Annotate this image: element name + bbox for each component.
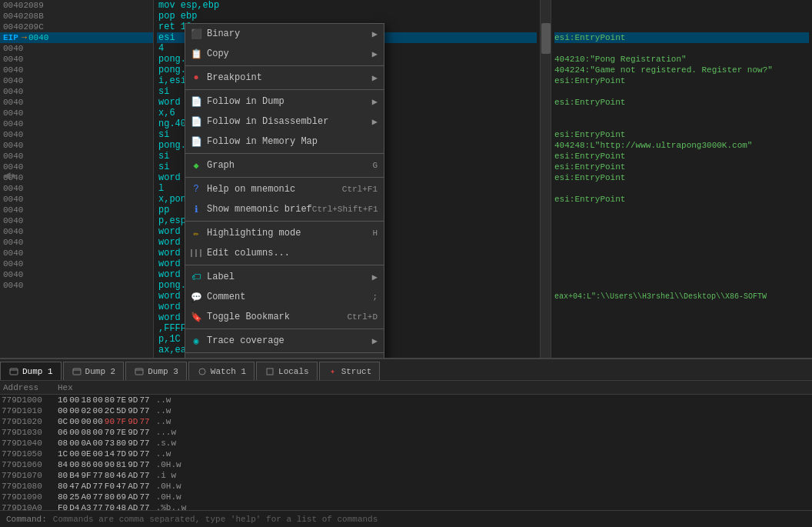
svg-rect-7: [267, 369, 273, 375]
addr-row: 0040: [0, 86, 153, 97]
menu-item-show-brief[interactable]: ℹ Show mnemonic brief Ctrl+Shift+F1: [185, 199, 384, 219]
comment-row: [554, 269, 809, 280]
help-icon: ?: [190, 183, 202, 195]
dump-tab-icon: [72, 366, 82, 377]
dump-row: 779D100016001800807E9D77..w: [0, 395, 812, 405]
addr-row: 0040: [0, 280, 153, 291]
submenu-arrow: ▶: [372, 48, 378, 60]
tab-dump1[interactable]: Dump 1: [0, 362, 62, 380]
submenu-arrow: ▶: [372, 96, 378, 108]
comment-row: [554, 302, 809, 312]
bottom-area: Dump 1 Dump 2 Dump 3 Watch 1: [0, 358, 812, 527]
menu-item-toggle-bookmark[interactable]: 🔖 Toggle Bookmark Ctrl+D: [185, 307, 384, 327]
comment-row: esi:EntryPoint: [554, 151, 809, 162]
addr-row: 0040: [0, 226, 153, 237]
comment-row: 404210:"Pong Registration": [554, 54, 809, 65]
menu-item-follow-dump[interactable]: 📄 Follow in Dump ▶: [185, 92, 384, 112]
dump-header: Address Hex: [0, 381, 812, 395]
comment-row: [554, 22, 809, 32]
code-row: mov esp,ebp: [157, 0, 537, 11]
dump-row: 779D10501C000E00147D9D77..w: [0, 449, 812, 459]
comment-row: 404248:L"http://www.ultrapong3000K.com": [554, 140, 809, 151]
menu-item-comment[interactable]: 💬 Comment ;: [185, 287, 384, 307]
separator: [185, 89, 384, 90]
svg-rect-4: [135, 369, 143, 375]
separator: [185, 65, 384, 66]
tab-dump2[interactable]: Dump 2: [63, 362, 125, 380]
dump-tab-icon: [8, 366, 19, 377]
comment-row: [554, 86, 809, 97]
tab-watch1[interactable]: Watch 1: [188, 362, 255, 380]
comment-row: esi:EntryPoint: [554, 129, 809, 140]
dump-content[interactable]: 779D100016001800807E9D77..w779D101000000…: [0, 395, 812, 510]
scroll-row: ◀ ▶: [0, 170, 154, 181]
command-label: Command:: [6, 515, 47, 524]
comment-row: [554, 0, 809, 11]
comment-row: [554, 43, 809, 54]
scrollbar-thumb[interactable]: [541, 23, 551, 54]
dump-hex-header: Hex: [58, 383, 196, 392]
menu-item-edit-columns[interactable]: ||| Edit columns...: [185, 243, 384, 263]
label-icon: 🏷: [190, 271, 202, 283]
main-container: 00402089 0040208B 0040209C EIP → 0040 00…: [0, 0, 812, 527]
submenu-arrow: ▶: [372, 272, 378, 283]
addr-row: 0040: [0, 108, 153, 118]
menu-item-copy[interactable]: 📋 Copy ▶: [185, 44, 384, 64]
graph-icon: ◆: [190, 159, 202, 172]
svg-point-6: [199, 369, 205, 375]
separator: [185, 329, 384, 329]
submenu-arrow: ▶: [372, 116, 378, 128]
menu-item-help-mnemonic[interactable]: ? Help on mnemonic Ctrl+F1: [185, 179, 384, 199]
dump-row: 779D10A0F0D4A3777048AD77.%b..w: [0, 502, 812, 510]
tab-locals[interactable]: Locals: [256, 362, 318, 380]
comment-row: [554, 345, 809, 355]
memmap-icon: 📄: [190, 135, 202, 148]
addr-row: 0040: [0, 237, 153, 248]
addr-row: 0040: [0, 54, 153, 65]
addr-row: 00402089: [0, 0, 153, 11]
comment-row: eax+04:L":\\Users\\H3rshel\\Desktop\\X86…: [554, 291, 809, 302]
dump-row: 779D10608400860090819D77.0H.w: [0, 459, 812, 470]
comment-row: [554, 108, 809, 118]
dump-icon: 📄: [190, 95, 202, 108]
comment-row: [554, 226, 809, 237]
menu-item-follow-memmap[interactable]: 📄 Follow in Memory Map: [185, 132, 384, 152]
comment-row: esi:EntryPoint: [554, 75, 809, 86]
addr-row: 0040: [0, 151, 153, 162]
separator: [185, 265, 384, 265]
addr-row: 0040: [0, 248, 153, 258]
menu-item-breakpoint[interactable]: ● Breakpoint ▶: [185, 68, 384, 88]
dump-row: 779D1010000002002C5D9D77..w: [0, 405, 812, 416]
menu-item-highlighting[interactable]: ✏ Highlighting mode H: [185, 223, 384, 243]
comment-row: [554, 280, 809, 291]
addr-row: 0040209C: [0, 22, 153, 32]
separator: [185, 221, 384, 222]
command-input[interactable]: Commands are comma separated, type 'help…: [53, 515, 806, 524]
svg-rect-2: [73, 369, 81, 375]
addr-row: 0040: [0, 75, 153, 86]
comment-row: esi:EntryPoint: [554, 32, 809, 43]
submenu-arrow: ▶: [372, 335, 378, 347]
dump-tab-icon: [134, 366, 145, 377]
tab-dump3[interactable]: Dump 3: [125, 362, 187, 380]
eip-marker: EIP: [3, 33, 18, 42]
addr-row: 0040: [0, 65, 153, 75]
menu-item-graph[interactable]: ◆ Graph G: [185, 155, 384, 175]
disasm-scrollbar[interactable]: [540, 0, 551, 358]
binary-icon: ⬛: [190, 28, 202, 40]
menu-item-label[interactable]: 🏷 Label ▶: [185, 267, 384, 287]
menu-item-trace[interactable]: ◉ Trace coverage ▶: [185, 331, 384, 351]
menu-item-follow-disasm[interactable]: 📄 Follow in Disassembler ▶: [185, 112, 384, 132]
comment-row: [554, 237, 809, 248]
menu-item-analysis[interactable]: ◉ Analysis ▶: [185, 355, 384, 358]
menu-item-binary[interactable]: ⬛ Binary ▶: [185, 24, 384, 44]
dump-row: 779D103006000800707E9D77...w: [0, 427, 812, 438]
tab-struct[interactable]: ✦ Struct: [319, 362, 381, 380]
tabs-row: Dump 1 Dump 2 Dump 3 Watch 1: [0, 359, 812, 381]
submenu-arrow: ▶: [372, 72, 378, 84]
addr-row: 0040: [0, 269, 153, 280]
disasm-icon: 📄: [190, 115, 202, 128]
svg-rect-0: [10, 369, 18, 375]
addr-row: 0040: [0, 258, 153, 269]
comment-row: 404224:"Game not registered. Register no…: [554, 65, 809, 75]
